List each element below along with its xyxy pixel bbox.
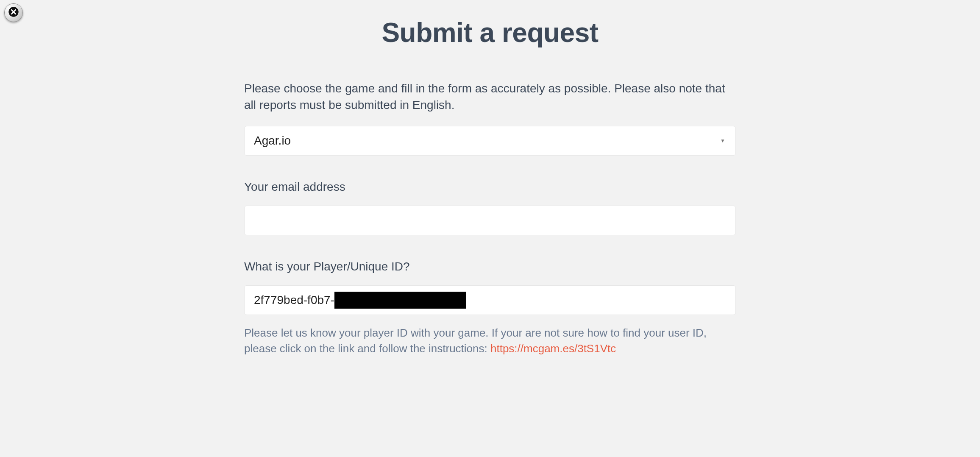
player-id-field-wrap: What is your Player/Unique ID? 2f779bed-… xyxy=(244,260,736,357)
email-label: Your email address xyxy=(244,180,736,194)
email-field[interactable] xyxy=(244,206,736,235)
chevron-down-icon: ▼ xyxy=(720,138,725,144)
game-select[interactable]: Agar.io ▼ xyxy=(244,126,736,156)
player-id-hint-link[interactable]: https://mcgam.es/3tS1Vtc xyxy=(490,342,616,355)
request-form-container: Submit a request Please choose the game … xyxy=(244,0,736,357)
close-button[interactable] xyxy=(4,3,23,22)
player-id-hint-text: Please let us know your player ID with y… xyxy=(244,326,707,355)
game-select-field: Agar.io ▼ xyxy=(244,126,736,156)
player-id-hint: Please let us know your player ID with y… xyxy=(244,325,736,357)
player-id-field[interactable]: 2f779bed-f0b7- xyxy=(244,285,736,315)
redaction-block xyxy=(334,292,466,309)
player-id-visible-value: 2f779bed-f0b7- xyxy=(254,293,334,307)
game-select-value: Agar.io xyxy=(254,134,291,148)
page-title: Submit a request xyxy=(244,17,736,48)
email-field-wrap: Your email address xyxy=(244,180,736,235)
intro-text: Please choose the game and fill in the f… xyxy=(244,80,736,113)
close-icon xyxy=(8,6,19,20)
player-id-label: What is your Player/Unique ID? xyxy=(244,260,736,273)
